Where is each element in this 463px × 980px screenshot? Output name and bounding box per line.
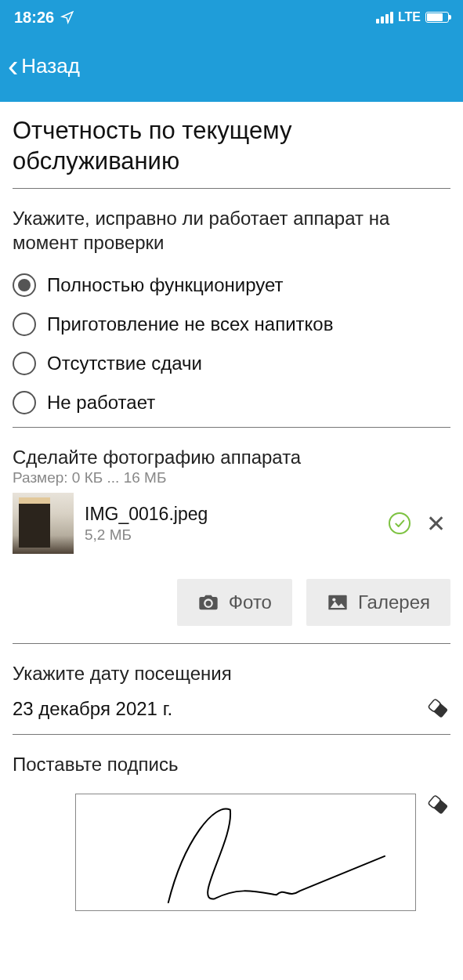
remove-file-button[interactable]: ✕ (421, 510, 450, 537)
clear-signature-button[interactable] (427, 797, 450, 814)
file-name: IMG_0016.jpeg (85, 504, 378, 525)
check-icon (389, 512, 411, 534)
radio-icon (13, 313, 36, 336)
clear-date-button[interactable] (427, 700, 450, 718)
file-size: 5,2 МБ (85, 526, 378, 544)
photo-button[interactable]: Фото (177, 579, 292, 626)
camera-icon (197, 593, 219, 612)
battery-icon (425, 12, 449, 23)
nav-bar: ‹ Назад (0, 34, 463, 102)
signature-section-label: Поставьте подпись (13, 735, 450, 787)
radio-icon (13, 273, 36, 297)
location-icon (60, 10, 74, 24)
date-value: 23 декабря 2021 г. (13, 698, 172, 720)
radio-label: Отсутствие сдачи (47, 353, 202, 374)
gallery-button-label: Галерея (358, 591, 430, 613)
file-thumbnail[interactable] (13, 493, 74, 554)
radio-icon (13, 352, 36, 375)
status-bar: 18:26 LTE (0, 0, 463, 34)
svg-point-2 (332, 598, 335, 601)
radio-label: Приготовление не всех напитков (47, 313, 333, 335)
page-title: Отчетность по текущему обслуживанию (13, 102, 450, 188)
radio-icon (13, 391, 36, 414)
photo-buttons: Фото Галерея (13, 565, 450, 643)
status-time: 18:26 (14, 9, 54, 27)
radio-label: Не работает (47, 392, 155, 414)
photo-section-label: Сделайте фотографию аппарата (13, 428, 450, 471)
radio-label: Полностью функционирует (47, 274, 284, 296)
radio-option-0[interactable]: Полностью функционирует (13, 266, 450, 305)
photo-button-label: Фото (229, 591, 272, 613)
chevron-left-icon: ‹ (8, 50, 18, 81)
photo-size-hint: Размер: 0 КБ ... 16 МБ (13, 469, 450, 486)
date-section-label: Укажите дату посещения (13, 644, 450, 690)
file-row: IMG_0016.jpeg 5,2 МБ ✕ (13, 486, 450, 565)
radio-option-3[interactable]: Не работает (13, 383, 450, 427)
back-button[interactable]: ‹ Назад (8, 50, 80, 81)
signature-canvas[interactable] (75, 794, 416, 911)
gallery-button[interactable]: Галерея (306, 579, 450, 626)
radio-option-1[interactable]: Приготовление не всех напитков (13, 305, 450, 344)
status-right: LTE (376, 10, 449, 24)
status-left: 18:26 (14, 9, 74, 27)
signal-icon (376, 12, 393, 24)
signature-row (13, 787, 450, 911)
back-label: Назад (21, 54, 80, 78)
date-row[interactable]: 23 декабря 2021 г. (13, 690, 450, 734)
radio-option-2[interactable]: Отсутствие сдачи (13, 344, 450, 383)
gallery-icon (327, 593, 349, 612)
question1-label: Укажите, исправно ли работает аппарат на… (13, 189, 450, 266)
network-label: LTE (398, 10, 421, 24)
file-meta: IMG_0016.jpeg 5,2 МБ (85, 504, 378, 544)
